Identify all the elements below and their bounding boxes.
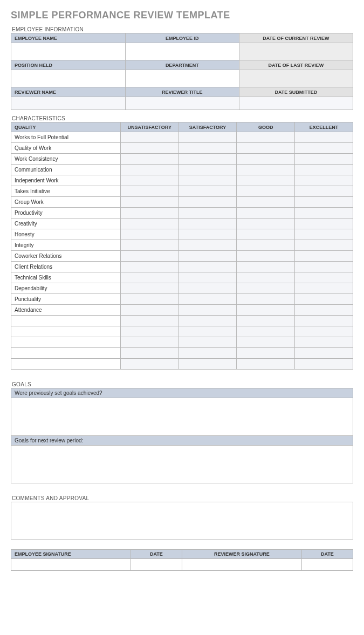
rating-cell[interactable] [237, 348, 295, 359]
rating-cell[interactable] [120, 219, 178, 229]
rating-cell[interactable] [295, 240, 353, 251]
rating-cell[interactable] [120, 143, 178, 154]
rating-cell[interactable] [178, 186, 237, 197]
rating-cell[interactable] [295, 359, 353, 370]
rating-cell[interactable] [120, 197, 178, 208]
rating-cell[interactable] [295, 219, 353, 229]
field-date-1[interactable] [131, 559, 182, 571]
rating-cell[interactable] [237, 208, 295, 219]
rating-cell[interactable] [237, 143, 295, 154]
field-date-2[interactable] [301, 559, 353, 571]
rating-cell[interactable] [120, 154, 178, 165]
field-employee-id[interactable] [125, 43, 239, 60]
rating-cell[interactable] [237, 186, 295, 197]
rating-cell[interactable] [120, 348, 178, 359]
rating-cell[interactable] [178, 348, 237, 359]
rating-cell[interactable] [295, 272, 353, 283]
rating-cell[interactable] [237, 326, 295, 337]
rating-cell[interactable] [295, 294, 353, 305]
rating-cell[interactable] [120, 305, 178, 316]
rating-cell[interactable] [178, 240, 237, 251]
rating-cell[interactable] [178, 326, 237, 337]
rating-cell[interactable] [237, 165, 295, 175]
rating-cell[interactable] [295, 186, 353, 197]
rating-cell[interactable] [178, 305, 237, 316]
rating-cell[interactable] [178, 229, 237, 240]
rating-cell[interactable] [120, 175, 178, 186]
rating-cell[interactable] [295, 197, 353, 208]
rating-cell[interactable] [178, 294, 237, 305]
rating-cell[interactable] [237, 294, 295, 305]
rating-cell[interactable] [237, 197, 295, 208]
rating-cell[interactable] [295, 262, 353, 272]
rating-cell[interactable] [295, 337, 353, 348]
rating-cell[interactable] [295, 283, 353, 294]
rating-cell[interactable] [237, 283, 295, 294]
rating-cell[interactable] [120, 359, 178, 370]
rating-cell[interactable] [237, 219, 295, 229]
rating-cell[interactable] [237, 240, 295, 251]
rating-cell[interactable] [178, 272, 237, 283]
rating-cell[interactable] [120, 132, 178, 143]
rating-cell[interactable] [120, 294, 178, 305]
rating-cell[interactable] [120, 240, 178, 251]
rating-cell[interactable] [178, 154, 237, 165]
rating-cell[interactable] [295, 154, 353, 165]
field-goals-next[interactable] [11, 446, 353, 483]
rating-cell[interactable] [120, 262, 178, 272]
rating-cell[interactable] [120, 229, 178, 240]
rating-cell[interactable] [295, 326, 353, 337]
rating-cell[interactable] [237, 251, 295, 262]
rating-cell[interactable] [295, 165, 353, 175]
field-date-last-review[interactable] [239, 70, 353, 87]
rating-cell[interactable] [237, 229, 295, 240]
field-reviewer-title[interactable] [125, 97, 239, 110]
rating-cell[interactable] [120, 208, 178, 219]
rating-cell[interactable] [237, 272, 295, 283]
field-date-current-review[interactable] [239, 43, 353, 60]
rating-cell[interactable] [178, 337, 237, 348]
rating-cell[interactable] [237, 262, 295, 272]
rating-cell[interactable] [120, 337, 178, 348]
rating-cell[interactable] [237, 132, 295, 143]
rating-cell[interactable] [178, 208, 237, 219]
rating-cell[interactable] [178, 175, 237, 186]
field-reviewer-signature[interactable] [182, 559, 301, 571]
rating-cell[interactable] [295, 229, 353, 240]
field-employee-name[interactable] [11, 43, 126, 60]
rating-cell[interactable] [120, 326, 178, 337]
rating-cell[interactable] [178, 165, 237, 175]
rating-cell[interactable] [178, 143, 237, 154]
field-department[interactable] [125, 70, 239, 87]
field-goals-prev[interactable] [11, 398, 353, 436]
field-position-held[interactable] [11, 70, 126, 87]
rating-cell[interactable] [237, 359, 295, 370]
rating-cell[interactable] [295, 132, 353, 143]
field-comments[interactable] [11, 502, 353, 540]
rating-cell[interactable] [295, 175, 353, 186]
rating-cell[interactable] [120, 165, 178, 175]
rating-cell[interactable] [120, 272, 178, 283]
rating-cell[interactable] [295, 251, 353, 262]
rating-cell[interactable] [295, 316, 353, 326]
rating-cell[interactable] [178, 132, 237, 143]
rating-cell[interactable] [237, 337, 295, 348]
rating-cell[interactable] [237, 154, 295, 165]
rating-cell[interactable] [178, 316, 237, 326]
field-date-submitted[interactable] [239, 97, 353, 110]
rating-cell[interactable] [178, 359, 237, 370]
rating-cell[interactable] [295, 305, 353, 316]
rating-cell[interactable] [178, 251, 237, 262]
rating-cell[interactable] [237, 175, 295, 186]
rating-cell[interactable] [237, 305, 295, 316]
rating-cell[interactable] [295, 208, 353, 219]
rating-cell[interactable] [120, 251, 178, 262]
rating-cell[interactable] [178, 262, 237, 272]
rating-cell[interactable] [120, 316, 178, 326]
rating-cell[interactable] [178, 283, 237, 294]
field-reviewer-name[interactable] [11, 97, 126, 110]
field-employee-signature[interactable] [11, 559, 131, 571]
rating-cell[interactable] [295, 348, 353, 359]
rating-cell[interactable] [295, 143, 353, 154]
rating-cell[interactable] [178, 197, 237, 208]
